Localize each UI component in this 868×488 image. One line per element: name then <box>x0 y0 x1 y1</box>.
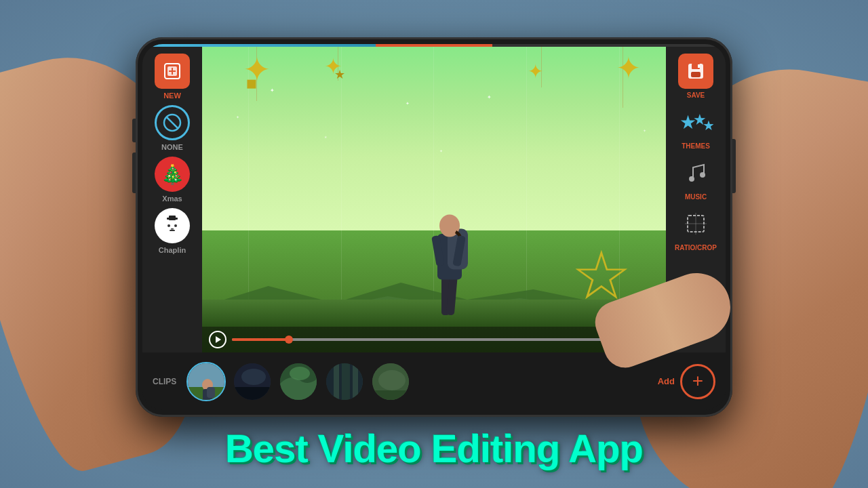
clip-thumbnail-2 <box>234 363 271 400</box>
ratio-crop-label: RATIO/CROP <box>675 244 717 251</box>
clip-item-2[interactable] <box>233 362 272 401</box>
svg-point-41 <box>290 367 310 380</box>
svg-rect-22 <box>691 72 701 77</box>
save-button[interactable]: SAVE <box>678 54 713 99</box>
music-button[interactable]: MUSIC <box>678 155 713 201</box>
chaplin-label: Chaplin <box>159 246 186 254</box>
sparkle-5: ✦ <box>487 94 492 100</box>
svg-rect-12 <box>170 230 175 231</box>
none-icon <box>155 105 190 140</box>
xmas-icon: 🎄 <box>155 157 190 192</box>
add-clip-button[interactable]: + <box>680 364 715 399</box>
svg-point-44 <box>378 370 406 390</box>
svg-rect-36 <box>207 387 215 398</box>
music-icon <box>678 155 713 190</box>
clip-thumbnail-3 <box>280 363 317 400</box>
clip-2-preview <box>234 363 272 401</box>
volume-btn-1 <box>132 119 136 142</box>
ban-icon <box>162 113 182 133</box>
sparkle-1: ✦ <box>270 87 275 94</box>
svg-line-5 <box>166 117 178 129</box>
svg-rect-39 <box>234 387 272 401</box>
sparkle-2: ✦ <box>236 115 239 119</box>
none-label: NONE <box>161 143 183 151</box>
svg-rect-8 <box>169 216 176 220</box>
chaplin-icon <box>155 208 190 243</box>
clip-5-preview <box>372 363 410 401</box>
sparkle-6: ✦ <box>439 148 443 153</box>
playback-progress-bar[interactable] <box>232 338 610 341</box>
new-icon <box>162 61 182 81</box>
themes-label: THEMES <box>682 142 710 150</box>
svg-point-6 <box>163 218 182 237</box>
clip-1-preview <box>188 363 226 401</box>
new-label: NEW <box>163 92 181 100</box>
save-icon <box>686 61 706 81</box>
add-area: Add + <box>658 364 715 399</box>
svg-point-9 <box>167 224 170 227</box>
power-btn <box>732 139 736 193</box>
music-label: MUSIC <box>685 193 707 201</box>
clip-thumbnail-5 <box>372 363 409 400</box>
clip-thumbnail-4 <box>326 363 363 400</box>
svg-point-28 <box>700 172 705 178</box>
svg-rect-11 <box>171 228 174 230</box>
playback-dot <box>285 336 293 344</box>
sparkle-3: ✦ <box>406 101 410 106</box>
svg-text:★: ★ <box>703 118 713 133</box>
xmas-button[interactable]: 🎄 Xmas <box>155 157 190 203</box>
ratio-icon <box>678 206 713 241</box>
xmas-emoji: 🎄 <box>161 163 184 186</box>
person-silhouette <box>414 163 481 325</box>
chaplin-face-svg <box>159 212 186 239</box>
themes-button[interactable]: ★ ★ ★ THEMES <box>678 104 713 150</box>
new-button[interactable]: NEW <box>155 54 190 100</box>
svg-point-38 <box>241 369 266 385</box>
video-preview: ✦ ✦ ✦ ✦ ✦ ◆ ★ ☆ <box>202 47 666 352</box>
star-top-right: ✦ <box>616 50 642 86</box>
svg-point-10 <box>174 224 177 227</box>
hanging-small-star: ★ <box>334 67 345 82</box>
new-icon-box <box>155 54 190 89</box>
save-icon-box <box>678 54 713 89</box>
add-label: Add <box>658 376 675 386</box>
playback-fill <box>232 338 289 341</box>
headline-text: Best Video Editing App <box>0 426 868 471</box>
play-icon <box>216 336 221 343</box>
xmas-label: Xmas <box>162 195 182 203</box>
add-plus-icon: + <box>692 371 703 390</box>
svg-rect-23 <box>698 64 700 68</box>
ratio-crop-button[interactable]: RATIO/CROP <box>675 206 717 251</box>
svg-point-27 <box>689 176 694 182</box>
clips-label: CLIPS <box>153 377 176 386</box>
themes-stars-icon: ★ ★ ★ <box>678 110 713 134</box>
clip-item-4[interactable] <box>325 362 364 401</box>
left-panel: NEW NONE 🎄 <box>142 47 202 352</box>
music-note-icon <box>682 159 709 186</box>
save-label: SAVE <box>687 92 705 99</box>
sparkle-4: ★ <box>324 135 327 139</box>
clip-item-3[interactable] <box>279 362 318 401</box>
star-top-center: ✦ <box>528 60 543 83</box>
none-button[interactable]: NONE <box>155 105 190 151</box>
clip-item-1[interactable] <box>186 362 226 401</box>
chaplin-button[interactable]: Chaplin <box>155 208 190 254</box>
clip-item-5[interactable] <box>371 362 410 401</box>
svg-rect-45 <box>372 390 410 401</box>
themes-icon: ★ ★ ★ <box>678 104 713 140</box>
sparkle-8: ✦ <box>643 128 646 133</box>
volume-btn-2 <box>132 152 136 193</box>
clip-4-preview <box>326 363 364 401</box>
clip-3-preview <box>280 363 318 401</box>
crop-icon <box>682 210 709 237</box>
play-button[interactable] <box>209 331 226 348</box>
clip-thumbnail-1 <box>188 363 224 400</box>
